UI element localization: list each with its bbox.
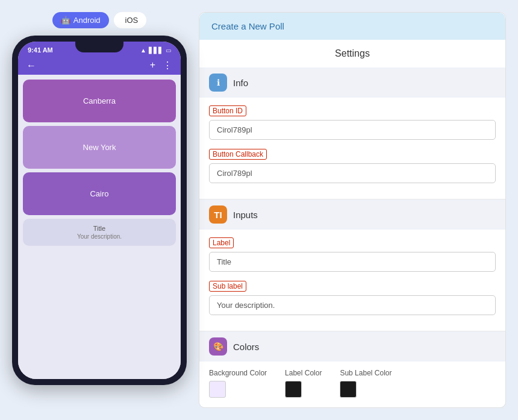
phone-screen: 9:41 AM ▲ ▋▋▋ ▭ ← + ⋮ C	[18, 42, 181, 379]
phone-content: Canberra New York Cairo	[18, 75, 181, 379]
background-color-swatch[interactable]	[209, 381, 226, 398]
inputs-section-label: Inputs	[233, 210, 258, 220]
sublabel-color-arrow: ↑	[340, 404, 345, 408]
sublabel-color-swatch[interactable]	[340, 381, 357, 398]
menu-button[interactable]: ⋮	[163, 60, 172, 71]
inputs-icon: TI	[209, 205, 227, 224]
sublabel-field-label: Sub label	[209, 281, 246, 292]
item-label: New York	[83, 143, 116, 152]
item-top-cairo: Cairo	[23, 172, 176, 215]
label-field-label: Label	[209, 237, 234, 248]
list-item[interactable]: Cairo	[23, 172, 176, 215]
add-button[interactable]: +	[150, 60, 155, 71]
label-color-swatch[interactable]	[285, 381, 302, 398]
sublabel-group: Sub label	[209, 280, 496, 315]
signal-icon: ▋▋▋	[149, 47, 163, 54]
list-item[interactable]: New York	[23, 126, 176, 169]
sublabel-color-label: Sub Label Color	[340, 369, 392, 377]
item-label: Cairo	[90, 189, 108, 198]
colors-icon: 🎨	[209, 337, 227, 356]
item-description: Your description.	[33, 233, 166, 240]
inputs-section-header: TI Inputs	[199, 199, 505, 230]
info-icon: ℹ	[209, 74, 227, 92]
phone-toolbar: ← + ⋮	[18, 56, 181, 75]
settings-title: Settings	[199, 40, 505, 67]
button-id-group: Button ID	[209, 105, 496, 140]
info-section-label: Info	[233, 78, 248, 88]
item-label: Canberra	[83, 96, 116, 105]
label-input[interactable]	[209, 252, 496, 272]
item-title: Title	[33, 225, 166, 232]
android-icon: 🤖	[61, 16, 70, 25]
list-item[interactable]: Title Your description.	[23, 219, 176, 246]
button-callback-label: Button Callback	[209, 149, 267, 160]
item-top-newyork: New York	[23, 126, 176, 169]
item-top-canberra: Canberra	[23, 80, 176, 122]
ios-button[interactable]: iOS	[114, 12, 147, 28]
button-id-label: Button ID	[209, 105, 246, 116]
background-color-item: Background Color ↑	[209, 369, 267, 408]
sublabel-input[interactable]	[209, 295, 496, 315]
phone-notch	[75, 42, 123, 52]
colors-row: Background Color ↑ Label Color ↑ Sub Lab…	[199, 362, 505, 408]
button-callback-input[interactable]	[209, 163, 496, 183]
phone-frame: 9:41 AM ▲ ▋▋▋ ▭ ← + ⋮ C	[12, 36, 187, 385]
button-id-input[interactable]	[209, 120, 496, 140]
label-color-label: Label Color	[285, 369, 322, 377]
item-bottom-title: Title Your description.	[23, 219, 176, 246]
status-icons: ▲ ▋▋▋ ▭	[140, 47, 171, 54]
poll-header: Create a New Poll	[199, 13, 505, 40]
battery-icon: ▭	[166, 47, 171, 54]
sublabel-color-item: Sub Label Color ↑	[340, 369, 392, 408]
ios-label: iOS	[125, 16, 139, 25]
colors-section-header: 🎨 Colors	[199, 331, 505, 362]
label-color-arrow: ↑	[285, 404, 290, 408]
status-time: 9:41 AM	[28, 46, 53, 54]
toolbar-actions: + ⋮	[150, 60, 172, 71]
list-item[interactable]: Canberra	[23, 80, 176, 122]
button-callback-group: Button Callback	[209, 148, 496, 183]
back-button[interactable]: ←	[27, 60, 36, 71]
background-color-label: Background Color	[209, 369, 267, 377]
info-section-header: ℹ Info	[199, 67, 505, 98]
android-button[interactable]: 🤖 Android	[52, 12, 109, 28]
colors-section-label: Colors	[233, 342, 259, 352]
left-panel: 🤖 Android iOS 9:41 AM ▲ ▋▋▋ ▭ ←	[12, 12, 187, 385]
label-group: Label	[209, 237, 496, 272]
right-panel: Create a New Poll Settings ℹ Info Button…	[199, 12, 506, 408]
poll-header-title: Create a New Poll	[211, 21, 284, 31]
background-color-arrow: ↑	[209, 404, 214, 408]
label-color-item: Label Color ↑	[285, 369, 322, 408]
inputs-section-body: Label Sub label	[199, 230, 505, 331]
platform-toggle: 🤖 Android iOS	[52, 12, 146, 28]
android-label: Android	[73, 16, 101, 25]
wifi-icon: ▲	[140, 47, 146, 54]
info-section-body: Button ID Button Callback	[199, 98, 505, 199]
